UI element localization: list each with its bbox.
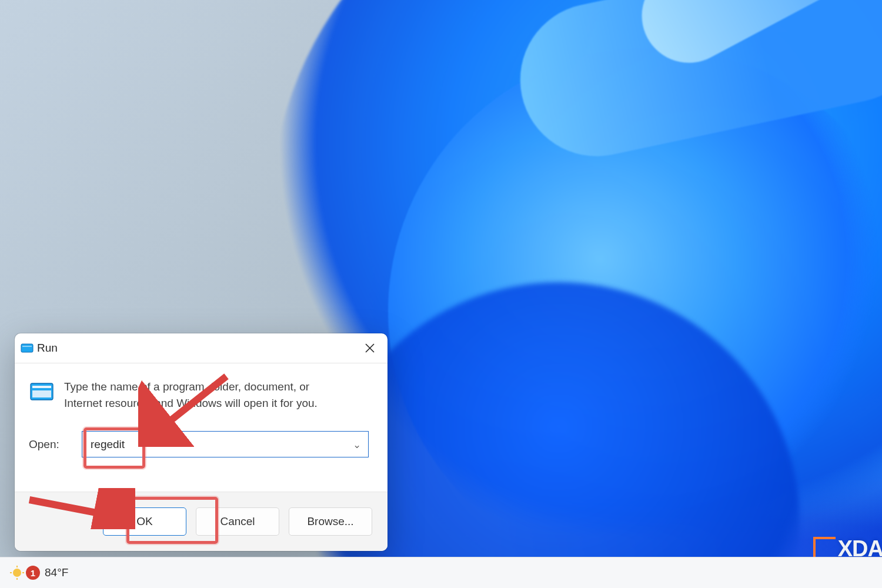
ok-button[interactable]: OK xyxy=(103,507,186,536)
run-hint-icon xyxy=(29,379,55,405)
taskbar-weather-widget[interactable]: 1 84°F xyxy=(9,565,68,580)
weather-temp: 84°F xyxy=(45,566,68,579)
weather-alert-badge: 1 xyxy=(26,566,40,580)
close-icon xyxy=(365,343,375,353)
wallpaper-blob xyxy=(506,0,882,171)
svg-rect-5 xyxy=(32,386,51,388)
run-body: Type the name of a program, folder, docu… xyxy=(15,363,387,457)
run-titlebar[interactable]: Run xyxy=(15,333,387,363)
svg-rect-0 xyxy=(21,344,33,352)
browse-button[interactable]: Browse... xyxy=(289,507,372,536)
run-dialog: Run Type the name of a program, folder, … xyxy=(15,333,387,551)
taskbar[interactable]: 1 84°F xyxy=(0,557,882,588)
svg-point-11 xyxy=(13,569,21,577)
run-hint-text: Type the name of a program, folder, docu… xyxy=(64,379,340,411)
chevron-down-icon[interactable]: ⌄ xyxy=(353,438,361,450)
open-combobox[interactable]: ⌄ xyxy=(82,431,369,457)
wallpaper-blob xyxy=(388,47,882,576)
svg-rect-6 xyxy=(32,390,51,397)
weather-sun-icon xyxy=(9,565,25,580)
run-footer: OK Cancel Browse... xyxy=(15,492,387,551)
run-app-icon xyxy=(21,342,34,355)
close-button[interactable] xyxy=(353,335,386,362)
open-label: Open: xyxy=(29,438,79,451)
open-input[interactable] xyxy=(89,437,361,452)
wallpaper-blob xyxy=(318,282,800,588)
run-title: Run xyxy=(37,342,58,355)
cancel-button[interactable]: Cancel xyxy=(196,507,279,536)
wallpaper-blob xyxy=(625,0,882,79)
